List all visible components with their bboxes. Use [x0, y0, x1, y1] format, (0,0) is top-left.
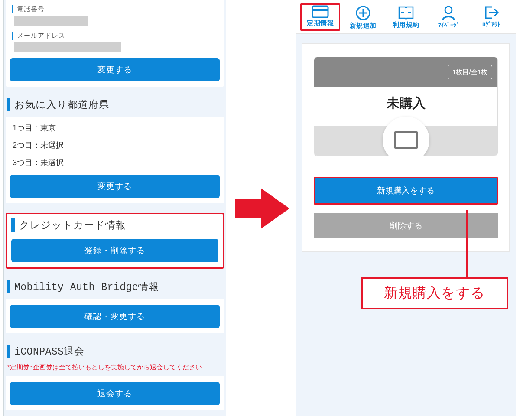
svg-point-11 [445, 7, 452, 13]
person-icon [441, 5, 456, 21]
nav-logout-label: ﾛｸﾞｱｳﾄ [471, 21, 511, 28]
ticket-bottom-bar [314, 126, 497, 156]
logout-icon [483, 5, 500, 20]
plus-circle-icon [355, 5, 371, 21]
nav-periodic-label: 定期情報 [302, 19, 339, 27]
pref-card: 1つ目：東京 2つ目：未選択 3つ目：未選択 変更する [6, 117, 224, 203]
left-pane: 電話番号 メールアドレス 変更する お気に入り都道府県 1つ目：東京 2つ目：未… [3, 0, 226, 416]
withdraw-note: *定期券･企画券は全て払いもどしを実施してから退会してください [7, 363, 222, 371]
pref-heading: お気に入り都道府県 [6, 98, 226, 111]
arrow-icon [235, 188, 289, 229]
ticket-card-icon [394, 131, 418, 149]
top-nav: 定期情報 新規追加 利用規約 [296, 0, 516, 34]
callout-new-purchase: 新規購入をする [361, 277, 508, 309]
profile-card: 電話番号 メールアドレス 変更する [6, 0, 224, 87]
credit-card-section-highlight: クレジットカード情報 登録・削除する [6, 213, 224, 269]
change-pref-button[interactable]: 変更する [10, 175, 220, 198]
nav-mypage-label: ﾏｲﾍﾟｰｼﾞ [429, 22, 468, 29]
email-value-redacted [14, 42, 121, 52]
withdraw-heading-box: iCONPASS退会 [4, 343, 226, 358]
mab-heading-box: Mobility Auth Bridge情報 [4, 278, 226, 293]
svg-rect-2 [312, 9, 328, 11]
ticket-main-card: 1枚目/全1枚 未購入 新規購入をする 削除する [302, 43, 510, 252]
withdraw-heading: iCONPASS退会 [6, 345, 226, 358]
right-pane: 定期情報 新規追加 利用規約 [296, 0, 516, 416]
ticket-pager: 1枚目/全1枚 [448, 65, 492, 79]
card-icon [312, 5, 329, 18]
nav-logout[interactable]: ﾛｸﾞｱｳﾄ [471, 3, 511, 31]
nav-periodic[interactable]: 定期情報 [300, 3, 340, 31]
withdraw-button[interactable]: 退会する [10, 382, 220, 405]
ticket-top-bar: 1枚目/全1枚 [314, 57, 497, 87]
callout-leader-vertical [466, 210, 468, 279]
nav-terms[interactable]: 利用規約 [386, 3, 426, 31]
svg-rect-1 [312, 6, 328, 17]
mab-button[interactable]: 確認・変更する [10, 305, 220, 328]
book-icon [397, 5, 415, 20]
phone-value-redacted [14, 16, 88, 26]
nav-add-label: 新規追加 [343, 22, 383, 30]
pref-item-1: 1つ目：東京 [13, 123, 220, 133]
cc-heading: クレジットカード情報 [11, 218, 218, 232]
mab-card: 確認・変更する [6, 299, 224, 333]
mab-heading: Mobility Auth Bridge情報 [6, 280, 226, 293]
pref-item-3: 3つ目：未選択 [13, 157, 220, 168]
cc-manage-button[interactable]: 登録・削除する [11, 239, 218, 262]
nav-add[interactable]: 新規追加 [343, 3, 383, 31]
svg-marker-0 [235, 188, 289, 229]
withdraw-card: 退会する [6, 376, 224, 410]
change-profile-button[interactable]: 変更する [10, 58, 220, 81]
new-purchase-button[interactable]: 新規購入をする [314, 177, 498, 205]
email-label: メールアドレス [12, 32, 220, 40]
ticket-card: 1枚目/全1枚 未購入 [314, 57, 498, 156]
nav-terms-label: 利用規約 [386, 21, 426, 29]
pref-heading-box: お気に入り都道府県 [4, 96, 226, 111]
nav-mypage[interactable]: ﾏｲﾍﾟｰｼﾞ [429, 3, 468, 31]
delete-button[interactable]: 削除する [314, 213, 498, 238]
phone-label: 電話番号 [12, 5, 220, 13]
pref-item-2: 2つ目：未選択 [13, 140, 220, 150]
